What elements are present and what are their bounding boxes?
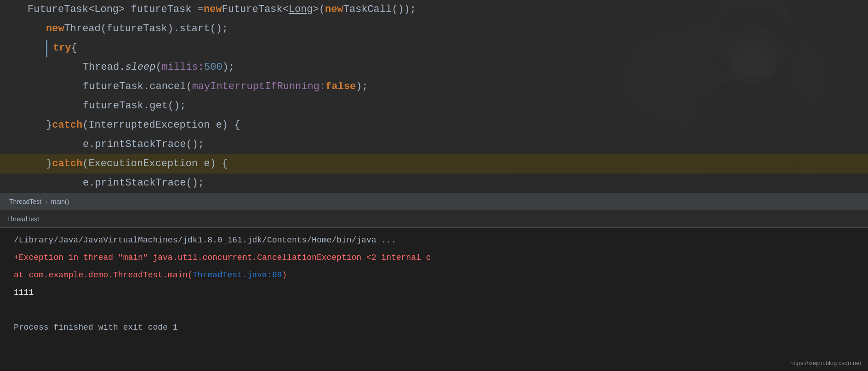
code-line-2: new Thread(futureTask).start(); <box>28 19 868 39</box>
code-line-9: } catch (ExecutionException e) { <box>0 154 868 174</box>
console-error-line: +Exception in thread "main" java.util.co… <box>14 249 861 266</box>
code-line-8: e.printStackTrace(); <box>28 135 868 154</box>
code-line-10: e.printStackTrace(); <box>28 174 868 193</box>
console-path-line: /Library/Java/JavaVirtualMachines/jdk1.8… <box>14 231 861 249</box>
console-stack-suffix: ) <box>282 270 287 280</box>
console-exit-text: Process finished with exit code 1 <box>14 323 177 332</box>
code-line-3: try { <box>28 39 868 58</box>
breadcrumb-class[interactable]: ThreadTest <box>9 198 41 205</box>
console-output: /Library/Java/JavaVirtualMachines/jdk1.8… <box>0 228 868 340</box>
code-line-6: futureTask.get(); <box>28 96 868 116</box>
csdn-watermark: https://xiejun.blog.csdn.net <box>790 360 861 366</box>
code-line-7: } catch (InterruptedException e) { <box>28 116 868 135</box>
code-line-1: FutureTask<Long> futureTask = new Future… <box>28 0 868 19</box>
console-output-text: 1111 <box>14 288 34 297</box>
console-stack-link[interactable]: ThreadTest.java:69 <box>193 270 282 280</box>
console-error-text: +Exception in thread "main" java.util.co… <box>14 253 431 262</box>
console-exit-line: Process finished with exit code 1 <box>14 319 861 336</box>
code-line-5: futureTask.cancel( mayInterruptIfRunning… <box>28 77 868 96</box>
console-stack-prefix: at com.example.demo.ThreadTest.main( <box>14 270 193 280</box>
console-output-line: 1111 <box>14 284 861 301</box>
code-content: FutureTask<Long> futureTask = new Future… <box>0 0 868 212</box>
breadcrumb-bar: ThreadTest › main() <box>0 193 868 210</box>
breadcrumb-method[interactable]: main() <box>51 198 69 205</box>
code-line-4: Thread.sleep( millis: 500); <box>28 58 868 77</box>
console-title: ThreadTest <box>7 215 39 223</box>
console-empty-line <box>14 301 861 319</box>
console-header: ThreadTest <box>0 210 868 228</box>
console-section: ThreadTest /Library/Java/JavaVirtualMach… <box>0 210 868 371</box>
breadcrumb-separator: › <box>45 198 47 205</box>
console-path-text: /Library/Java/JavaVirtualMachines/jdk1.8… <box>14 236 396 245</box>
code-editor: FutureTask<Long> futureTask = new Future… <box>0 0 868 193</box>
console-stack-line: at com.example.demo.ThreadTest.main(Thre… <box>14 266 861 284</box>
